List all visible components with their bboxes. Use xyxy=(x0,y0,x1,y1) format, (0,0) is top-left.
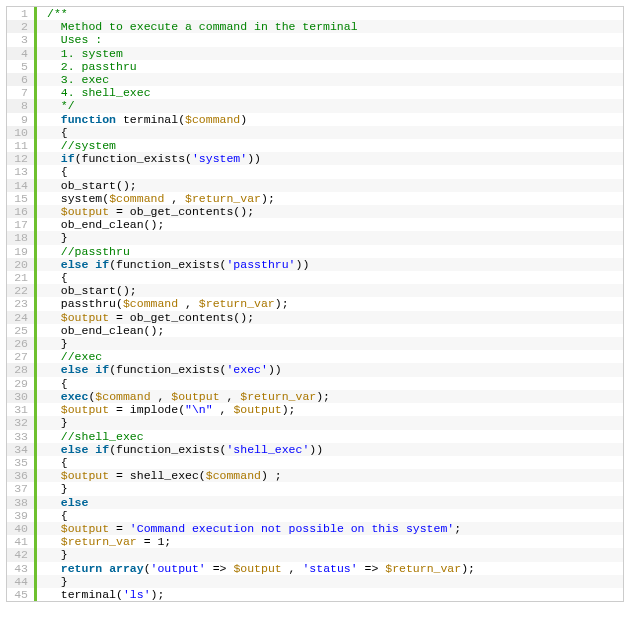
code-content: ob_end_clean(); xyxy=(37,324,623,337)
token-plain: )) xyxy=(247,152,261,165)
code-line: 18 } xyxy=(7,231,623,244)
token-plain xyxy=(47,73,61,86)
code-line: 21 { xyxy=(7,271,623,284)
token-plain xyxy=(47,139,61,152)
token-variable: $command xyxy=(109,192,164,205)
code-content: passthru($command , $return_var); xyxy=(37,297,623,310)
line-number: 23 xyxy=(7,297,37,310)
code-content: //system xyxy=(37,139,623,152)
code-line: 13 { xyxy=(7,165,623,178)
token-keyword: if xyxy=(95,258,109,271)
token-string: 'passthru' xyxy=(226,258,295,271)
code-content: } xyxy=(37,337,623,350)
token-plain: (function_exists( xyxy=(109,363,226,376)
token-plain xyxy=(47,86,61,99)
token-plain: ) xyxy=(240,113,247,126)
token-plain: )) xyxy=(268,363,282,376)
token-plain xyxy=(47,47,61,60)
token-plain: , xyxy=(164,192,185,205)
code-content: { xyxy=(37,377,623,390)
token-variable: $output xyxy=(61,522,109,535)
token-string: 'system' xyxy=(192,152,247,165)
line-number: 7 xyxy=(7,86,37,99)
code-line: 6 3. exec xyxy=(7,73,623,86)
token-string: 'ls' xyxy=(123,588,151,601)
token-comment: /** xyxy=(47,7,68,20)
token-plain xyxy=(47,496,61,509)
code-line: 36 $output = shell_exec($command) ; xyxy=(7,469,623,482)
token-plain xyxy=(47,113,61,126)
token-plain: ); xyxy=(151,588,165,601)
line-number: 11 xyxy=(7,139,37,152)
token-plain xyxy=(47,403,61,416)
line-number: 21 xyxy=(7,271,37,284)
code-line: 3 Uses : xyxy=(7,33,623,46)
code-line: 17 ob_end_clean(); xyxy=(7,218,623,231)
token-plain: = ob_get_contents(); xyxy=(109,205,254,218)
code-content: 1. system xyxy=(37,47,623,60)
code-content: } xyxy=(37,482,623,495)
line-number: 35 xyxy=(7,456,37,469)
token-variable: $output xyxy=(233,403,281,416)
code-line: 8 */ xyxy=(7,99,623,112)
code-content: $output = implode("\n" , $output); xyxy=(37,403,623,416)
token-plain xyxy=(47,311,61,324)
code-line: 10 { xyxy=(7,126,623,139)
code-line: 41 $return_var = 1; xyxy=(7,535,623,548)
line-number: 13 xyxy=(7,165,37,178)
code-content: 4. shell_exec xyxy=(37,86,623,99)
token-plain: { xyxy=(47,456,68,469)
line-number: 6 xyxy=(7,73,37,86)
line-number: 25 xyxy=(7,324,37,337)
code-content: //shell_exec xyxy=(37,430,623,443)
line-number: 38 xyxy=(7,496,37,509)
token-comment: //exec xyxy=(61,350,102,363)
code-line: 9 function terminal($command) xyxy=(7,113,623,126)
line-number: 33 xyxy=(7,430,37,443)
token-plain: = shell_exec( xyxy=(109,469,206,482)
line-number: 4 xyxy=(7,47,37,60)
code-line: 31 $output = implode("\n" , $output); xyxy=(7,403,623,416)
code-line: 23 passthru($command , $return_var); xyxy=(7,297,623,310)
line-number: 45 xyxy=(7,588,37,601)
token-plain: terminal( xyxy=(47,588,123,601)
code-line: 29 { xyxy=(7,377,623,390)
token-plain xyxy=(47,430,61,443)
token-keyword: else xyxy=(61,443,89,456)
line-number: 41 xyxy=(7,535,37,548)
token-string: 'Command execution not possible on this … xyxy=(130,522,454,535)
token-variable: $return_var xyxy=(385,562,461,575)
code-content: else if(function_exists('shell_exec')) xyxy=(37,443,623,456)
token-variable: $command xyxy=(185,113,240,126)
token-plain: } xyxy=(47,416,68,429)
token-comment: //shell_exec xyxy=(61,430,144,443)
code-content: exec($command , $output , $return_var); xyxy=(37,390,623,403)
code-line: 25 ob_end_clean(); xyxy=(7,324,623,337)
code-line: 19 //passthru xyxy=(7,245,623,258)
code-content: 2. passthru xyxy=(37,60,623,73)
token-plain xyxy=(47,562,61,575)
token-plain: => xyxy=(358,562,386,575)
token-plain: } xyxy=(47,575,68,588)
code-content: } xyxy=(37,416,623,429)
code-line: 38 else xyxy=(7,496,623,509)
token-variable: $output xyxy=(61,311,109,324)
token-comment: //system xyxy=(61,139,116,152)
token-plain xyxy=(47,390,61,403)
token-string: 'status' xyxy=(302,562,357,575)
line-number: 17 xyxy=(7,218,37,231)
code-line: 37 } xyxy=(7,482,623,495)
token-variable: $output xyxy=(61,403,109,416)
line-number: 28 xyxy=(7,363,37,376)
code-content: */ xyxy=(37,99,623,112)
token-plain: { xyxy=(47,509,68,522)
token-plain: ob_start(); xyxy=(47,284,137,297)
token-plain: } xyxy=(47,231,68,244)
code-content: } xyxy=(37,231,623,244)
code-content: ob_start(); xyxy=(37,284,623,297)
code-line: 7 4. shell_exec xyxy=(7,86,623,99)
token-plain: ob_end_clean(); xyxy=(47,218,164,231)
token-plain xyxy=(47,152,61,165)
token-plain: , xyxy=(220,390,241,403)
token-plain: , xyxy=(178,297,199,310)
